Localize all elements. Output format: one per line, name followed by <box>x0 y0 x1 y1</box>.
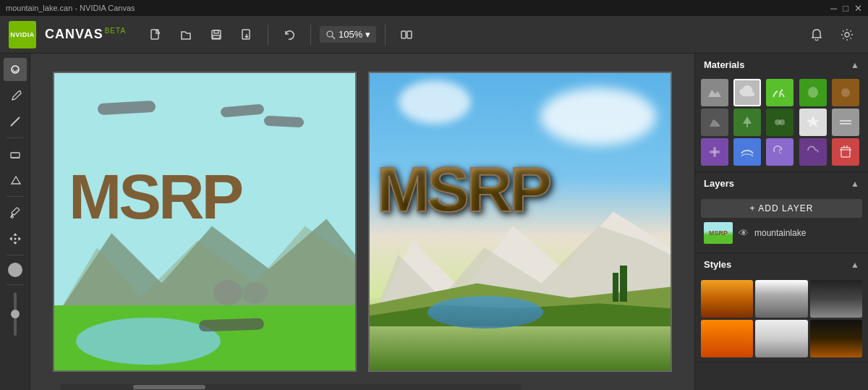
style-tile-5[interactable] <box>755 320 807 357</box>
canvas-area: MSRP <box>30 54 694 390</box>
material-tile-fog[interactable] <box>832 109 859 136</box>
close-button[interactable]: ✕ <box>854 3 862 14</box>
tool-sep-1 <box>7 137 24 138</box>
titlebar: mountain_lake.can - NVIDIA Canvas ─ □ ✕ <box>0 0 868 16</box>
svg-point-36 <box>713 154 716 157</box>
right-panel: Materials ▲ <box>694 54 868 390</box>
style-tile-1[interactable] <box>701 280 753 318</box>
styles-title: Styles <box>704 259 731 270</box>
layer-item-mountainlake[interactable]: MSRP 👁 mountainlake <box>701 218 862 248</box>
canvas-scrollbar-thumb[interactable] <box>133 385 205 389</box>
materials-header[interactable]: Materials ▲ <box>695 54 868 76</box>
new-file-button[interactable] <box>143 22 168 47</box>
svg-point-37 <box>710 151 712 153</box>
styles-header[interactable]: Styles ▲ <box>695 253 868 276</box>
style-tile-4[interactable] <box>701 320 753 357</box>
title-text: mountain_lake.can - NVIDIA Canvas <box>6 4 135 12</box>
undo-button[interactable] <box>277 22 302 47</box>
minimize-button[interactable]: ─ <box>830 3 837 14</box>
material-tile-bush[interactable] <box>766 109 793 136</box>
left-toolbar <box>0 54 30 390</box>
layers-title: Layers <box>704 178 734 189</box>
material-tile-grass[interactable] <box>766 79 793 106</box>
material-tile-cloud[interactable] <box>733 79 761 106</box>
fill-tool[interactable] <box>4 169 27 192</box>
brush-stroke-3 <box>264 116 305 128</box>
svg-rect-3 <box>214 30 218 33</box>
style-tile-2[interactable] <box>755 280 807 318</box>
svg-point-34 <box>712 150 717 154</box>
styles-chevron: ▲ <box>851 260 859 270</box>
svg-marker-31 <box>807 116 820 127</box>
sketch-msrp-text: MSRP <box>69 160 241 234</box>
styles-grid <box>701 280 862 357</box>
svg-rect-39 <box>841 148 850 157</box>
svg-marker-27 <box>743 116 752 124</box>
material-tile-rock[interactable] <box>701 109 728 136</box>
styles-content <box>695 276 868 362</box>
save-file-button[interactable] <box>204 22 229 47</box>
svg-rect-28 <box>746 124 748 127</box>
material-tile-water[interactable] <box>733 138 761 166</box>
svg-marker-24 <box>708 90 721 97</box>
brush-size-handle <box>11 310 20 318</box>
svg-rect-14 <box>11 153 20 158</box>
brush-tool[interactable] <box>4 84 27 107</box>
nvidia-logo: NVIDIA <box>9 21 36 48</box>
move-tool[interactable] <box>4 227 27 250</box>
svg-point-38 <box>717 151 720 153</box>
canvas-scrollbar[interactable] <box>61 384 521 390</box>
layer-visibility-icon[interactable]: 👁 <box>739 227 749 239</box>
material-tile-treeleaf[interactable] <box>799 79 827 106</box>
open-file-button[interactable] <box>174 22 198 47</box>
brush-size-slider[interactable] <box>14 292 17 336</box>
styles-section: Styles ▲ <box>695 253 868 363</box>
layer-thumbnail: MSRP <box>704 222 733 244</box>
photo-tree-2 <box>613 273 618 302</box>
svg-line-13 <box>11 117 20 126</box>
output-canvas-panel[interactable]: MSRP <box>368 72 672 372</box>
main-layout: MSRP <box>0 54 868 390</box>
material-tile-snow[interactable] <box>799 109 827 136</box>
sky-cloud-1 <box>540 88 656 145</box>
material-tile-tree[interactable] <box>733 109 761 136</box>
zoom-control[interactable]: 105% ▾ <box>320 26 376 43</box>
tool-sep-4 <box>7 284 24 285</box>
tool-sep-3 <box>7 255 24 255</box>
material-tile-dirt[interactable] <box>832 79 859 106</box>
style-tile-6[interactable] <box>810 320 862 357</box>
photo-tree-1 <box>620 266 627 302</box>
titlebar-controls[interactable]: ─ □ ✕ <box>830 3 862 14</box>
brush-stroke-4 <box>199 318 265 331</box>
line-tool[interactable] <box>4 110 27 133</box>
layers-section: Layers ▲ + ADD LAYER MSRP 👁 mountainlake <box>695 172 868 253</box>
color-indicator[interactable] <box>8 263 22 277</box>
export-button[interactable] <box>234 22 259 47</box>
sketch-canvas-panel[interactable]: MSRP <box>53 72 357 372</box>
style-tile-3[interactable] <box>810 280 862 318</box>
eraser-tool[interactable] <box>4 143 27 166</box>
toolbar-sep-2 <box>310 25 311 45</box>
svg-marker-26 <box>710 119 720 127</box>
app-title: CANVASBETA <box>45 27 126 42</box>
materials-title: Materials <box>704 59 744 70</box>
svg-rect-4 <box>213 35 220 38</box>
add-layer-button[interactable]: + ADD LAYER <box>701 199 862 218</box>
cloud-brush-tool[interactable] <box>4 58 27 81</box>
svg-point-16 <box>11 216 13 219</box>
settings-button[interactable] <box>835 22 859 47</box>
material-tile-storm[interactable] <box>766 138 793 166</box>
brush-stroke-1 <box>98 101 156 115</box>
material-tile-landscape[interactable] <box>701 79 728 106</box>
toggle-view-button[interactable] <box>394 22 419 47</box>
eyedropper-tool[interactable] <box>4 201 27 224</box>
material-tile-lightning[interactable] <box>799 138 827 166</box>
maximize-button[interactable]: □ <box>843 3 848 14</box>
layers-header[interactable]: Layers ▲ <box>695 172 868 195</box>
notification-button[interactable] <box>804 22 829 47</box>
svg-point-30 <box>779 119 785 125</box>
material-tile-flower[interactable] <box>701 138 728 166</box>
tool-sep-2 <box>7 196 24 197</box>
titlebar-title: mountain_lake.can - NVIDIA Canvas <box>6 4 135 12</box>
material-tile-fire[interactable] <box>832 138 859 166</box>
